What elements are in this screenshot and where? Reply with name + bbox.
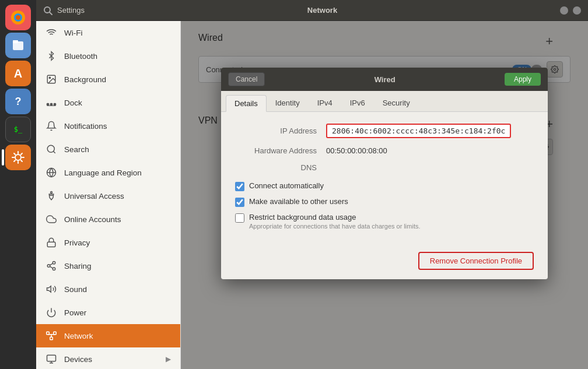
restrict-data-text: Restrict background data usage Appropria… [249,213,421,230]
topbar-settings-title: Settings [57,6,85,15]
sidebar-item-devices[interactable]: Devices ▶ [36,347,180,369]
tab-ipv4[interactable]: IPv4 [309,94,341,111]
svg-point-5 [15,154,21,160]
search-icon[interactable] [43,6,52,15]
svg-line-7 [50,12,52,15]
sidebar-dock-label: Dock [64,99,171,107]
dialog-footer: Remove Connection Profile [221,247,548,279]
sidebar-item-sharing[interactable]: Sharing [36,254,180,277]
topbar-network-title: Network [307,6,337,15]
connect-auto-row: Connect automatically [235,181,534,191]
sidebar-item-dock[interactable]: Dock [36,91,180,114]
dock-icon-settings[interactable] [5,145,31,170]
dialog-apply-button[interactable]: Apply [505,73,541,86]
svg-rect-11 [47,104,49,106]
restrict-data-label: Restrict background data usage [249,213,421,222]
network-icon [46,330,57,342]
dialog-body: IP Address 2806:40c:6002:cccc:48c3:345e:… [221,112,548,247]
tab-details[interactable]: Details [226,95,267,112]
cloud-icon [46,213,57,225]
svg-point-24 [52,268,55,270]
dialog-title: Wired [374,75,396,84]
svg-line-16 [53,151,55,153]
sidebar-item-power[interactable]: Power [36,301,180,324]
svg-rect-21 [47,242,55,247]
sidebar-item-universal-access[interactable]: Universal Access [36,184,180,208]
wired-dialog: Cancel Wired Apply Details Identity [221,68,548,279]
sidebar-background-label: Background [64,75,171,84]
sidebar-online-accounts-label: Online Accounts [64,215,171,224]
wifi-icon [46,27,57,38]
sidebar-privacy-label: Privacy [64,238,171,247]
topbar-left: Settings [43,6,85,15]
sidebar-item-language[interactable]: Language and Region [36,161,180,184]
share-icon [46,260,57,272]
dns-label: DNS [235,163,317,172]
restrict-data-checkbox[interactable] [235,213,244,223]
sidebar-wifi-label: Wi-Fi [64,29,171,37]
hardware-address-value: 00:50:00:00:08:00 [326,146,387,155]
sidebar-item-background[interactable]: Background [36,68,180,91]
sidebar-network-label: Network [64,332,171,340]
ip-address-label: IP Address [235,126,317,135]
minimize-button[interactable] [560,6,568,15]
dock-icon-firefox[interactable] [5,5,31,30]
background-icon [46,73,57,85]
tab-security[interactable]: Security [374,94,419,111]
hardware-address-row: Hardware Address 00:50:00:00:08:00 [235,146,534,155]
svg-rect-12 [51,104,52,106]
sidebar-item-sound[interactable]: Sound [36,277,180,301]
restrict-data-row: Restrict background data usage Appropria… [235,213,534,230]
main-area: Settings Network Wi-Fi Bluetooth [36,0,588,369]
accessibility-icon [46,190,57,202]
svg-rect-35 [47,355,56,361]
svg-point-10 [49,77,50,78]
dock-icon-terminal[interactable]: $_ [5,117,31,142]
available-users-label: Make available to other users [249,197,348,206]
svg-point-19 [51,192,52,194]
sidebar-item-bluetooth[interactable]: Bluetooth [36,44,180,68]
notifications-icon [46,120,57,132]
sidebar-notifications-label: Notifications [64,122,171,131]
sidebar-sound-label: Sound [64,285,171,294]
dns-row: DNS [235,163,534,172]
sidebar-power-label: Power [64,308,171,317]
tab-identity[interactable]: Identity [267,94,309,111]
devices-arrow-icon: ▶ [166,355,171,363]
svg-line-25 [50,266,52,268]
search-icon-sidebar [46,143,57,155]
dialog-cancel-button[interactable]: Cancel [228,72,265,86]
power-icon [46,307,57,318]
dialog-tabs: Details Identity IPv4 IPv6 Security [221,91,548,112]
svg-rect-4 [13,40,18,43]
sidebar-item-search[interactable]: Search [36,138,180,161]
hardware-address-label: Hardware Address [235,146,317,155]
dialog-titlebar: Cancel Wired Apply [221,68,548,91]
tab-ipv6[interactable]: IPv6 [341,94,374,111]
available-users-checkbox[interactable] [235,198,244,207]
sidebar-item-online-accounts[interactable]: Online Accounts [36,208,180,231]
sidebar-item-privacy[interactable]: Privacy [36,231,180,254]
dock-icon-appstore[interactable]: A [5,61,31,86]
svg-point-22 [52,262,55,265]
ip-address-row: IP Address 2806:40c:6002:cccc:48c3:345e:… [235,124,534,138]
dock-icon-sidebar [46,97,57,108]
available-users-text: Make available to other users [249,197,348,206]
sidebar-language-label: Language and Region [64,168,171,177]
sidebar-item-notifications[interactable]: Notifications [36,114,180,138]
bluetooth-icon [46,50,57,62]
available-users-row: Make available to other users [235,197,534,207]
dock-icon-help[interactable]: ? [5,89,31,114]
topbar-window-controls [560,6,581,15]
sidebar-item-network[interactable]: Network [36,324,180,347]
sound-icon [46,283,57,295]
svg-line-26 [50,263,52,265]
svg-point-15 [47,145,54,152]
dock-icon-files[interactable] [5,33,31,58]
sidebar-item-wifi[interactable]: Wi-Fi [36,21,180,44]
svg-marker-27 [47,286,51,293]
maximize-button[interactable] [573,6,581,15]
connect-auto-checkbox[interactable] [235,182,244,191]
remove-profile-button[interactable]: Remove Connection Profile [418,252,534,270]
svg-point-23 [47,265,50,268]
